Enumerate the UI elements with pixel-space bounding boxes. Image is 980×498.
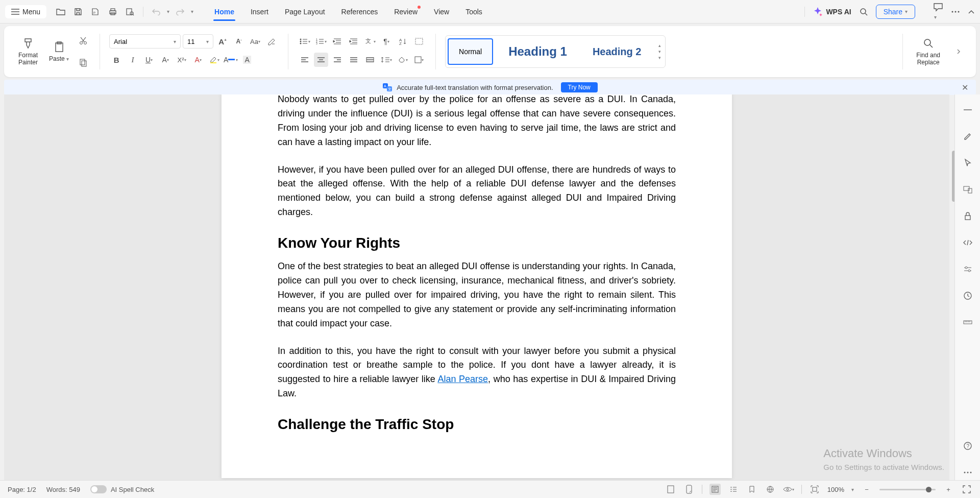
highlight-button[interactable]: ▾ — [207, 53, 222, 67]
tab-references[interactable]: References — [333, 3, 386, 21]
more-icon[interactable] — [951, 11, 960, 13]
help-icon[interactable]: ? — [960, 438, 975, 454]
borders-icon[interactable]: ▾ — [412, 53, 426, 67]
zoom-dropdown[interactable]: ▾ — [851, 487, 854, 492]
style-heading1[interactable]: Heading 1 — [498, 38, 577, 65]
fullscreen-icon[interactable] — [961, 484, 972, 495]
undo-dropdown[interactable]: ▾ — [167, 9, 169, 14]
qat-more[interactable]: ▾ — [191, 9, 193, 14]
italic-button[interactable]: I — [126, 53, 140, 67]
distributed-icon[interactable] — [363, 53, 377, 67]
strikethrough-button[interactable]: A▾ — [158, 53, 173, 67]
numbered-list-icon[interactable]: 123▾ — [314, 34, 328, 49]
reading-view-icon[interactable] — [746, 484, 757, 495]
open-icon[interactable] — [54, 5, 67, 18]
character-shading-button[interactable]: A — [240, 53, 254, 67]
minus-icon[interactable] — [960, 102, 975, 117]
paragraph[interactable]: Nobody wants to get pulled over by the p… — [278, 94, 676, 150]
align-left-icon[interactable] — [298, 53, 312, 67]
zoom-out-icon[interactable]: − — [861, 484, 872, 495]
edit-icon[interactable] — [960, 129, 975, 144]
grow-font-icon[interactable]: A+ — [215, 34, 230, 49]
increase-indent-icon[interactable] — [347, 34, 361, 49]
export-pdf-icon[interactable]: P — [89, 5, 102, 18]
style-normal[interactable]: Normal — [448, 38, 493, 65]
zoom-level[interactable]: 100% — [827, 486, 844, 493]
tab-insert[interactable]: Insert — [242, 3, 277, 21]
link-alan-pearse[interactable]: Alan Pearse — [437, 374, 488, 384]
settings-sliders-icon[interactable] — [960, 262, 975, 277]
shading-icon[interactable]: ▾ — [396, 53, 410, 67]
print-layout-icon[interactable] — [709, 484, 721, 495]
save-icon[interactable] — [71, 5, 85, 18]
word-count[interactable]: Words: 549 — [46, 486, 80, 493]
paragraph[interactable]: In addition to this, you have the right … — [278, 344, 676, 401]
tab-page-layout[interactable]: Page Layout — [277, 3, 333, 21]
text-direction-icon[interactable]: 文▾ — [363, 34, 377, 49]
zoom-slider[interactable] — [879, 489, 936, 490]
tab-review[interactable]: Review — [386, 3, 426, 21]
wps-ai-button[interactable]: WPS AI — [813, 7, 851, 17]
redo-icon[interactable] — [174, 5, 187, 18]
print-preview-icon[interactable] — [124, 5, 137, 18]
tab-view[interactable]: View — [426, 3, 457, 21]
web-layout-icon[interactable] — [765, 484, 776, 495]
history-icon[interactable] — [960, 288, 975, 303]
tab-home[interactable]: Home — [206, 3, 242, 21]
paragraph[interactable]: One of the best strategies to beat an al… — [278, 259, 676, 330]
code-icon[interactable] — [960, 235, 975, 250]
style-heading2[interactable]: Heading 2 — [582, 38, 652, 65]
zoom-in-icon[interactable]: + — [943, 484, 954, 495]
devices-icon[interactable] — [960, 182, 975, 197]
copy-icon[interactable] — [76, 55, 90, 69]
shrink-font-icon[interactable]: A- — [232, 34, 246, 49]
styles-scroll[interactable]: ▴▾▾ — [656, 43, 663, 60]
fit-page-icon[interactable] — [809, 484, 820, 495]
heading[interactable]: Know Your Rights — [278, 235, 676, 251]
outline-view-icon[interactable] — [728, 484, 739, 495]
banner-close-icon[interactable]: ✕ — [962, 83, 968, 92]
comment-icon[interactable]: ▾ — [933, 3, 943, 21]
menu-button[interactable]: Menu — [5, 5, 46, 18]
bullet-list-icon[interactable]: ▾ — [298, 34, 312, 49]
align-right-icon[interactable] — [330, 53, 345, 67]
collapse-ribbon-icon[interactable] — [968, 9, 975, 14]
paste-button[interactable]: Paste ▾ — [45, 39, 73, 64]
try-now-button[interactable]: Try Now — [561, 82, 598, 92]
page-view-icon[interactable] — [665, 484, 676, 495]
phone-view-icon[interactable] — [683, 484, 695, 495]
paragraph[interactable]: However, if you have been pulled over fo… — [278, 163, 676, 220]
more-tools-icon[interactable] — [960, 465, 975, 480]
page-indicator[interactable]: Page: 1/2 — [8, 486, 36, 493]
tab-tools[interactable]: Tools — [457, 3, 491, 21]
align-center-icon[interactable] — [314, 53, 328, 67]
cursor-icon[interactable] — [960, 155, 975, 171]
decrease-indent-icon[interactable] — [330, 34, 345, 49]
underline-button[interactable]: U▾ — [142, 53, 156, 67]
format-painter-button[interactable]: Format Painter — [14, 35, 42, 68]
font-color-button[interactable]: A▾ — [224, 53, 238, 67]
find-replace-button[interactable]: Find and Replace — [912, 35, 944, 68]
document-page[interactable]: Nobody wants to get pulled over by the p… — [222, 94, 732, 478]
superscript-button[interactable]: X²▾ — [175, 53, 189, 67]
line-spacing-icon[interactable]: ▾ — [379, 53, 394, 67]
font-size-select[interactable]: 11▾ — [183, 34, 213, 49]
sort-icon[interactable]: AZ — [396, 34, 410, 49]
heading[interactable]: Challenge the Traffic Stop — [278, 416, 676, 433]
select-all-icon[interactable] — [412, 34, 426, 49]
spell-check-toggle[interactable]: AI Spell Check — [90, 485, 154, 493]
lock-icon[interactable] — [960, 208, 975, 224]
search-icon[interactable] — [859, 7, 868, 16]
eye-view-icon[interactable]: ▾ — [783, 484, 794, 495]
ribbon-expand-icon[interactable] — [951, 44, 966, 59]
font-name-select[interactable]: Arial▾ — [109, 34, 181, 49]
bold-button[interactable]: B — [109, 53, 124, 67]
share-button[interactable]: Share▾ — [876, 5, 915, 19]
align-justify-icon[interactable] — [347, 53, 361, 67]
undo-icon[interactable] — [150, 5, 163, 18]
print-icon[interactable] — [106, 5, 119, 18]
ruler-icon[interactable] — [960, 315, 975, 330]
change-case-icon[interactable]: Aa▾ — [248, 34, 262, 49]
clear-formatting-icon[interactable] — [264, 34, 279, 49]
show-marks-icon[interactable]: ¶▾ — [379, 34, 394, 49]
